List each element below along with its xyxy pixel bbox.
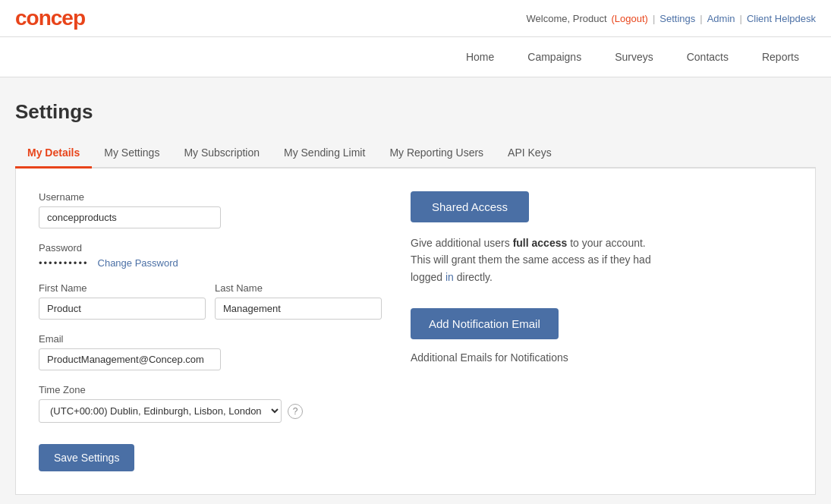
welcome-text: Welcome, Product bbox=[527, 13, 607, 24]
additional-emails-description: Additional Emails for Notifications bbox=[411, 351, 699, 364]
nav-bar: Home Campaigns Surveys Contacts Reports bbox=[0, 37, 831, 77]
password-dots: •••••••••• bbox=[39, 257, 89, 269]
logout-link[interactable]: (Logout) bbox=[612, 13, 648, 24]
email-label: Email bbox=[39, 333, 365, 345]
firstname-group: First Name bbox=[39, 282, 206, 320]
tab-my-subscription[interactable]: My Subscription bbox=[172, 139, 272, 169]
nav-contacts[interactable]: Contacts bbox=[670, 37, 745, 77]
admin-link[interactable]: Admin bbox=[707, 13, 735, 24]
username-group: Username bbox=[39, 191, 365, 228]
settings-link[interactable]: Settings bbox=[659, 13, 695, 24]
tab-api-keys[interactable]: API Keys bbox=[496, 139, 564, 169]
notification-email-section: Add Notification Email Additional Emails… bbox=[411, 308, 699, 364]
tab-my-details[interactable]: My Details bbox=[15, 139, 92, 169]
in-text: in bbox=[445, 271, 454, 283]
lastname-input[interactable] bbox=[215, 298, 382, 320]
separator-2: | bbox=[700, 13, 702, 24]
add-notification-email-button[interactable]: Add Notification Email bbox=[411, 308, 559, 339]
left-column: Username Password •••••••••• Change Pass… bbox=[39, 191, 365, 471]
timezone-label: Time Zone bbox=[39, 384, 365, 395]
tab-my-sending-limit[interactable]: My Sending Limit bbox=[272, 139, 377, 169]
nav-reports[interactable]: Reports bbox=[745, 37, 816, 77]
email-group: Email bbox=[39, 333, 365, 370]
email-input[interactable] bbox=[39, 348, 221, 370]
shared-access-button[interactable]: Shared Access bbox=[411, 191, 529, 222]
timezone-row: (UTC+00:00) Dublin, Edinburgh, Lisbon, L… bbox=[39, 399, 365, 423]
helpdesk-link[interactable]: Client Helpdesk bbox=[747, 13, 816, 24]
lastname-group: Last Name bbox=[215, 282, 382, 320]
password-row: •••••••••• Change Password bbox=[39, 257, 365, 269]
shared-access-description: Give additional users full access to you… bbox=[411, 235, 669, 285]
username-label: Username bbox=[39, 191, 365, 203]
timezone-select[interactable]: (UTC+00:00) Dublin, Edinburgh, Lisbon, L… bbox=[39, 399, 282, 423]
right-column: Shared Access Give additional users full… bbox=[411, 191, 699, 471]
nav-home[interactable]: Home bbox=[449, 37, 511, 77]
change-password-link[interactable]: Change Password bbox=[98, 257, 178, 269]
timezone-group: Time Zone (UTC+00:00) Dublin, Edinburgh,… bbox=[39, 384, 365, 423]
page-title: Settings bbox=[15, 100, 816, 124]
lastname-label: Last Name bbox=[215, 282, 382, 294]
password-group: Password •••••••••• Change Password bbox=[39, 242, 365, 269]
page-content: Settings My Details My Settings My Subsc… bbox=[0, 77, 831, 504]
username-input[interactable] bbox=[39, 206, 221, 228]
top-right-nav: Welcome, Product (Logout) | Settings | A… bbox=[527, 13, 816, 24]
save-settings-button[interactable]: Save Settings bbox=[39, 444, 134, 471]
separator-3: | bbox=[740, 13, 742, 24]
nav-campaigns[interactable]: Campaigns bbox=[511, 37, 598, 77]
firstname-label: First Name bbox=[39, 282, 206, 294]
timezone-help-icon[interactable]: ? bbox=[288, 404, 303, 419]
full-access-bold: full access bbox=[513, 237, 568, 249]
shared-access-section: Shared Access Give additional users full… bbox=[411, 191, 699, 285]
password-label: Password bbox=[39, 242, 365, 254]
name-group: First Name Last Name bbox=[39, 282, 365, 320]
tab-my-settings[interactable]: My Settings bbox=[92, 139, 172, 169]
top-bar: concep Welcome, Product (Logout) | Setti… bbox=[0, 0, 831, 37]
settings-panel: Username Password •••••••••• Change Pass… bbox=[15, 169, 816, 495]
tab-my-reporting-users[interactable]: My Reporting Users bbox=[377, 139, 496, 169]
firstname-input[interactable] bbox=[39, 298, 206, 320]
separator-1: | bbox=[653, 13, 655, 24]
tabs: My Details My Settings My Subscription M… bbox=[15, 139, 816, 169]
nav-surveys[interactable]: Surveys bbox=[598, 37, 670, 77]
logo: concep bbox=[15, 6, 85, 30]
